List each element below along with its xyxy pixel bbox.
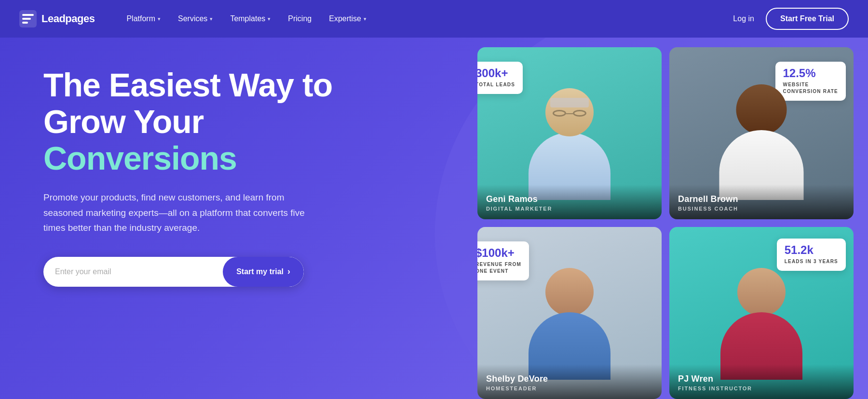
hero-headline-line2: Grow Your: [43, 103, 203, 140]
nav-item-templates[interactable]: Templates ▾: [222, 11, 278, 27]
start-free-trial-button[interactable]: Start Free Trial: [766, 8, 849, 30]
nav-item-pricing[interactable]: Pricing: [280, 11, 319, 27]
hero-headline: The Easiest Way to Grow Your Conversions: [43, 66, 371, 176]
login-link[interactable]: Log in: [733, 14, 754, 23]
person-illustration-geni: [529, 88, 610, 200]
svg-rect-1: [22, 14, 34, 16]
hero-subtext: Promote your products, find new customer…: [43, 190, 323, 235]
person-illustration-pj: [720, 268, 802, 380]
chevron-down-icon: ▾: [364, 16, 366, 22]
hero-left-content: The Easiest Way to Grow Your Conversions…: [43, 66, 371, 287]
person-role-shelby: Homesteader: [486, 386, 653, 391]
person-card-shelby: $100k+ REVENUE FROMONE EVENT Shelby DeVo…: [477, 227, 662, 399]
person-name-pj: PJ Wren: [678, 374, 845, 384]
navigation: Leadpages Platform ▾ Services ▾ Template…: [0, 0, 868, 38]
nav-right: Log in Start Free Trial: [733, 8, 849, 30]
email-input[interactable]: [55, 267, 223, 276]
person-illustration-shelby: [529, 268, 610, 380]
stat-value: 51.2k: [785, 244, 838, 256]
person-role-pj: Fitness Instructor: [678, 386, 845, 391]
hero-headline-line1: The Easiest Way to: [43, 66, 332, 103]
card-overlay-pj: PJ Wren Fitness Instructor: [669, 364, 854, 399]
hero-email-form: Start my trial ›: [43, 257, 304, 287]
start-trial-button[interactable]: Start my trial ›: [223, 257, 304, 287]
hero-headline-accent: Conversions: [43, 140, 237, 176]
person-name-darnell: Darnell Brown: [678, 194, 845, 204]
person-illustration-darnell: [719, 84, 804, 200]
stat-badge-51k: 51.2k LEADS IN 3 YEARS: [777, 239, 846, 271]
stat-badge-100k: $100k+ REVENUE FROMONE EVENT: [477, 241, 529, 280]
hero-section: The Easiest Way to Grow Your Conversions…: [0, 38, 868, 399]
nav-links: Platform ▾ Services ▾ Templates ▾ Pricin…: [119, 11, 733, 27]
nav-item-platform[interactable]: Platform ▾: [119, 11, 168, 27]
stat-value: 12.5%: [783, 67, 839, 79]
person-role-geni: Digital Marketer: [486, 206, 653, 212]
leadpages-logo-icon: [19, 10, 37, 27]
chevron-down-icon: ▾: [268, 16, 271, 22]
stat-value: 300k+: [477, 67, 515, 79]
stat-badge-300k: 300k+ TOTAL LEADS: [477, 62, 523, 94]
svg-rect-3: [22, 22, 28, 24]
card-overlay-darnell: Darnell Brown Business Coach: [669, 185, 854, 219]
stat-label: LEADS IN 3 YEARS: [785, 258, 838, 265]
person-name-shelby: Shelby DeVore: [486, 374, 653, 384]
logo[interactable]: Leadpages: [19, 10, 95, 27]
nav-item-services[interactable]: Services ▾: [170, 11, 220, 27]
svg-rect-2: [22, 18, 31, 20]
card-overlay-geni: Geni Ramos Digital Marketer: [477, 185, 662, 219]
chevron-down-icon: ▾: [158, 16, 161, 22]
person-name-geni: Geni Ramos: [486, 194, 653, 204]
arrow-icon: ›: [287, 266, 290, 277]
stat-label: REVENUE FROMONE EVENT: [477, 261, 521, 275]
logo-text: Leadpages: [41, 13, 95, 25]
chevron-down-icon: ▾: [210, 16, 213, 22]
nav-item-expertise[interactable]: Expertise ▾: [321, 11, 374, 27]
hero-cards-grid: 300k+ TOTAL LEADS Geni Ramos Digital Mar…: [477, 47, 854, 399]
person-card-geni: 300k+ TOTAL LEADS Geni Ramos Digital Mar…: [477, 47, 662, 219]
stat-label: TOTAL LEADS: [477, 81, 515, 88]
person-card-darnell: 12.5% WEBSITECONVERSION RATE Darnell Bro…: [669, 47, 854, 219]
stat-value: $100k+: [477, 247, 521, 259]
card-overlay-shelby: Shelby DeVore Homesteader: [477, 364, 662, 399]
person-card-pj: 51.2k LEADS IN 3 YEARS PJ Wren Fitness I…: [669, 227, 854, 399]
person-role-darnell: Business Coach: [678, 206, 845, 212]
